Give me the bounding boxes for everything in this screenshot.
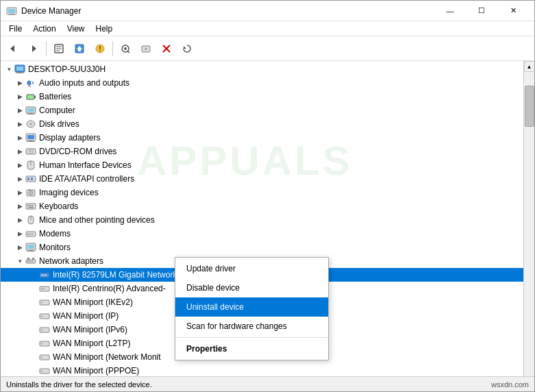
menu-action[interactable]: Action bbox=[27, 23, 61, 35]
wan-icon-1 bbox=[39, 297, 50, 308]
tree-root[interactable]: ▾ DESKTOP-5UU3J0H bbox=[1, 62, 523, 76]
ide-expand[interactable]: ▶ bbox=[14, 173, 25, 184]
computer-label: Computer bbox=[39, 106, 75, 115]
remove-icon bbox=[161, 43, 172, 54]
diskdrives-label: Disk drives bbox=[39, 119, 79, 129]
toolbar-remove[interactable] bbox=[157, 39, 176, 58]
svg-marker-21 bbox=[184, 46, 186, 49]
svg-rect-32 bbox=[27, 108, 34, 112]
toolbar-forward[interactable] bbox=[24, 39, 43, 58]
minimize-button[interactable]: — bbox=[434, 1, 466, 21]
scroll-up-arrow[interactable]: ▲ bbox=[524, 61, 535, 72]
status-text: Uninstalls the driver for the selected d… bbox=[6, 380, 152, 389]
ctx-properties[interactable]: Properties bbox=[175, 339, 328, 358]
back-icon bbox=[8, 43, 18, 54]
tree-keyboards[interactable]: ▶ Keyboards bbox=[1, 199, 523, 213]
svg-rect-48 bbox=[31, 177, 33, 180]
toolbar-back[interactable] bbox=[3, 39, 23, 58]
toolbar-properties[interactable] bbox=[49, 39, 69, 58]
svg-rect-24 bbox=[18, 72, 22, 73]
display-expand[interactable]: ▶ bbox=[14, 132, 25, 143]
svg-rect-53 bbox=[26, 204, 36, 209]
menu-help[interactable]: Help bbox=[90, 23, 119, 35]
svg-point-16 bbox=[124, 47, 127, 50]
root-expand[interactable]: ▾ bbox=[3, 64, 14, 75]
toolbar-scan[interactable] bbox=[116, 39, 135, 58]
vertical-scrollbar[interactable]: ▲ bbox=[523, 61, 534, 376]
close-button[interactable]: ✕ bbox=[497, 1, 529, 21]
scroll-thumb[interactable] bbox=[525, 86, 534, 127]
network-label: Network adapters bbox=[39, 256, 103, 266]
tree-display[interactable]: ▶ Display adapters bbox=[1, 131, 523, 145]
modems-expand[interactable]: ▶ bbox=[14, 228, 25, 239]
svg-rect-33 bbox=[29, 113, 33, 114]
computer-expand[interactable]: ▶ bbox=[14, 105, 25, 116]
imaging-expand[interactable]: ▶ bbox=[14, 187, 25, 198]
svg-point-88 bbox=[41, 343, 42, 345]
audio-expand[interactable]: ▶ bbox=[14, 77, 25, 88]
tree-audio[interactable]: ▶ Audio inputs and outputs bbox=[1, 76, 523, 90]
ctx-disable-device[interactable]: Disable device bbox=[175, 278, 328, 297]
toolbar-refresh[interactable] bbox=[177, 39, 197, 58]
monitors-label: Monitors bbox=[39, 243, 71, 252]
dvd-icon bbox=[25, 146, 36, 157]
tree-ide[interactable]: ▶ IDE ATA/ATAPI controllers bbox=[1, 172, 523, 186]
ide-icon bbox=[25, 173, 36, 184]
toolbar-disable[interactable]: ! bbox=[90, 39, 110, 58]
dvd-label: DVD/CD-ROM drives bbox=[39, 147, 116, 156]
tree-hid[interactable]: ▶ Human Interface Devices bbox=[1, 158, 523, 172]
svg-point-62 bbox=[29, 234, 31, 235]
netcard-icon bbox=[39, 269, 50, 280]
menu-view[interactable]: View bbox=[62, 23, 90, 35]
monitors-expand[interactable]: ▶ bbox=[14, 242, 25, 253]
svg-rect-29 bbox=[27, 95, 34, 99]
svg-rect-26 bbox=[27, 81, 31, 85]
menu-file[interactable]: File bbox=[3, 23, 27, 35]
dvd-expand[interactable]: ▶ bbox=[14, 146, 25, 157]
hid-expand[interactable]: ▶ bbox=[14, 160, 25, 171]
wan-ipv6-label: WAN Miniport (IPv6) bbox=[53, 325, 127, 334]
mice-expand[interactable]: ▶ bbox=[14, 215, 25, 225]
batteries-expand[interactable]: ▶ bbox=[14, 91, 25, 102]
tree-dvd[interactable]: ▶ DVD/CD-ROM drives bbox=[1, 145, 523, 158]
audio-icon bbox=[25, 77, 36, 88]
svg-rect-54 bbox=[27, 205, 29, 206]
hid-label: Human Interface Devices bbox=[39, 160, 132, 170]
modems-label: Modems bbox=[39, 229, 71, 238]
window-title: Device Manager bbox=[21, 6, 81, 16]
audio-label: Audio inputs and outputs bbox=[39, 78, 129, 88]
svg-rect-40 bbox=[27, 141, 35, 142]
svg-rect-73 bbox=[32, 258, 34, 260]
tree-batteries[interactable]: ▶ Batteries bbox=[1, 90, 523, 103]
svg-point-63 bbox=[32, 234, 33, 235]
tree-modems[interactable]: ▶ Modems bbox=[1, 227, 523, 241]
root-label: DESKTOP-5UU3J0H bbox=[28, 64, 105, 74]
tree-mice[interactable]: ▶ Mice and other pointing devices bbox=[1, 213, 523, 227]
computer-node-icon bbox=[25, 105, 36, 116]
ctx-scan-changes[interactable]: Scan for hardware changes bbox=[175, 317, 328, 336]
network-expand[interactable]: ▾ bbox=[14, 256, 25, 267]
svg-point-84 bbox=[41, 316, 42, 317]
disk-icon bbox=[25, 119, 36, 130]
tree-wan-pppoe[interactable]: ▶ WAN Miniport (PPPOE) bbox=[1, 364, 523, 376]
svg-rect-66 bbox=[29, 250, 33, 251]
ctx-uninstall-device[interactable]: Uninstall device bbox=[175, 297, 328, 317]
tree-imaging[interactable]: ▶ Imaging devices bbox=[1, 186, 523, 199]
svg-rect-55 bbox=[29, 205, 31, 206]
hid-icon bbox=[25, 160, 36, 171]
wan-icon-4 bbox=[39, 338, 50, 349]
ctx-update-driver[interactable]: Update driver bbox=[175, 259, 328, 278]
wan-ip-label: WAN Miniport (IP) bbox=[53, 311, 119, 321]
toolbar-add-legacy[interactable]: + bbox=[136, 39, 155, 58]
tree-diskdrives[interactable]: ▶ Disk drives bbox=[1, 117, 523, 131]
tree-monitors[interactable]: ▶ Monitors bbox=[1, 241, 523, 254]
tree-computer[interactable]: ▶ Computer bbox=[1, 103, 523, 117]
toolbar-update-driver[interactable] bbox=[70, 39, 89, 58]
diskdrives-expand[interactable]: ▶ bbox=[14, 119, 25, 130]
ctx-scan-changes-label: Scan for hardware changes bbox=[186, 321, 287, 331]
keyboards-expand[interactable]: ▶ bbox=[14, 201, 25, 212]
maximize-button[interactable]: ☐ bbox=[466, 1, 497, 21]
svg-point-80 bbox=[43, 289, 45, 290]
mice-label: Mice and other pointing devices bbox=[39, 215, 155, 225]
svg-point-76 bbox=[43, 275, 45, 276]
